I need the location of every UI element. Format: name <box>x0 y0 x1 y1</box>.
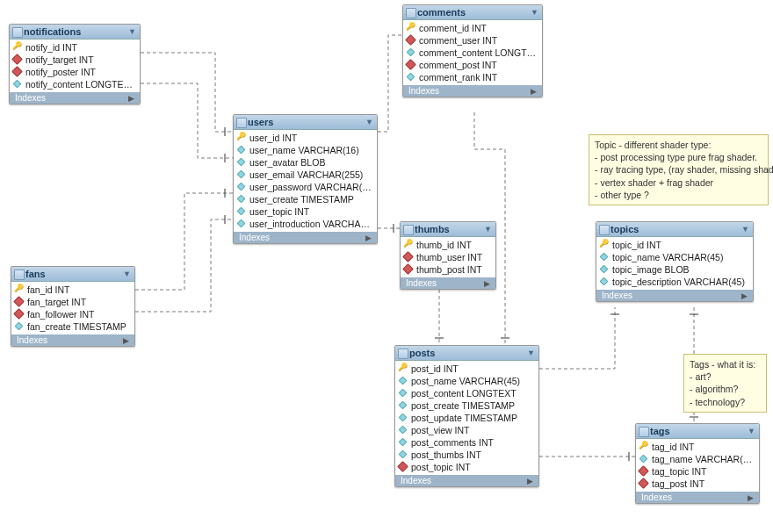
collapse-icon[interactable]: ▼ <box>484 225 492 234</box>
column[interactable]: comment_content LONGTE... <box>403 47 542 59</box>
collapse-icon[interactable]: ▼ <box>365 118 373 126</box>
indexes-bar[interactable]: Indexes▶ <box>403 85 542 97</box>
column[interactable]: user_name VARCHAR(16) <box>234 144 377 156</box>
column[interactable]: user_password VARCHAR(32) <box>234 181 377 193</box>
column[interactable]: 🔑topic_id INT <box>596 239 753 251</box>
indexes-bar[interactable]: Indexes▶ <box>234 232 377 243</box>
column[interactable]: 🔑notify_id INT <box>10 41 140 54</box>
entity-thumbs[interactable]: thumbs▼🔑thumb_id INTthumb_user INTthumb_… <box>400 221 496 290</box>
expand-icon[interactable]: ▶ <box>741 291 748 300</box>
entity-comments[interactable]: comments▼🔑comment_id INTcomment_user INT… <box>402 4 543 97</box>
entity-header[interactable]: thumbs▼ <box>401 222 495 237</box>
note-topic[interactable]: Topic - different shader type: - post pr… <box>589 134 769 205</box>
column[interactable]: comment_rank INT <box>403 71 542 83</box>
column-label: notify_target INT <box>25 54 94 65</box>
entity-header[interactable]: notifications▼ <box>10 25 140 40</box>
pk-icon: 🔑 <box>639 441 648 449</box>
column-icon <box>600 265 609 274</box>
indexes-bar[interactable]: Indexes▶ <box>10 92 140 104</box>
entity-topics[interactable]: topics▼🔑topic_id INTtopic_name VARCHAR(4… <box>596 221 754 302</box>
column[interactable]: topic_name VARCHAR(45) <box>596 251 753 263</box>
entity-header[interactable]: tags▼ <box>636 424 759 439</box>
column[interactable]: user_avatar BLOB <box>234 156 377 169</box>
column[interactable]: 🔑tag_id INT <box>636 441 759 453</box>
column[interactable]: post_create TIMESTAMP <box>395 399 538 412</box>
expand-icon[interactable]: ▶ <box>128 94 134 103</box>
column[interactable]: post_content LONGTEXT <box>395 387 538 399</box>
expand-icon[interactable]: ▶ <box>531 87 537 96</box>
column-icon <box>399 450 408 459</box>
fk-icon <box>402 251 414 262</box>
expand-icon[interactable]: ▶ <box>484 279 490 288</box>
column[interactable]: notify_content LONGTEXT <box>10 78 140 90</box>
column-label: thumb_id INT <box>416 240 472 250</box>
indexes-bar[interactable]: Indexes▶ <box>636 492 759 503</box>
column[interactable]: tag_post INT <box>636 478 759 490</box>
collapse-icon[interactable]: ▼ <box>531 8 538 17</box>
column[interactable]: user_create TIMESTAMP <box>234 193 377 205</box>
expand-icon[interactable]: ▶ <box>123 336 129 345</box>
column[interactable]: thumb_user INT <box>401 251 495 263</box>
indexes-bar[interactable]: Indexes▶ <box>11 334 134 346</box>
entity-header[interactable]: fans▼ <box>11 267 134 282</box>
collapse-icon[interactable]: ▼ <box>123 270 131 278</box>
column[interactable]: topic_image BLOB <box>596 263 753 276</box>
column-label: user_create TIMESTAMP <box>249 194 354 205</box>
column[interactable]: topic_description VARCHAR(45) <box>596 276 753 288</box>
entity-header[interactable]: posts▼ <box>395 346 538 361</box>
column-icon <box>399 438 408 447</box>
column-label: topic_id INT <box>612 240 661 250</box>
column[interactable]: 🔑user_id INT <box>234 132 377 144</box>
column[interactable]: comment_post INT <box>403 59 542 71</box>
expand-icon[interactable]: ▶ <box>527 477 533 485</box>
column[interactable]: 🔑post_id INT <box>395 363 538 375</box>
column[interactable]: notify_poster INT <box>10 66 140 78</box>
entity-notifications[interactable]: notifications▼🔑notify_id INTnotify_targe… <box>9 24 141 104</box>
column[interactable]: fan_target INT <box>11 296 134 308</box>
column[interactable]: tag_name VARCHAR(45) <box>636 453 759 465</box>
column[interactable]: 🔑fan_id INT <box>11 284 134 296</box>
collapse-icon[interactable]: ▼ <box>128 27 136 36</box>
column-label: comment_id INT <box>419 23 487 33</box>
entity-users[interactable]: users▼🔑user_id INTuser_name VARCHAR(16)u… <box>233 114 378 244</box>
collapse-icon[interactable]: ▼ <box>527 349 535 357</box>
column[interactable]: comment_user INT <box>403 34 542 47</box>
indexes-bar[interactable]: Indexes▶ <box>401 277 495 289</box>
collapse-icon[interactable]: ▼ <box>748 427 755 435</box>
column[interactable]: post_view INT <box>395 424 538 436</box>
column-label: post_view INT <box>411 425 470 435</box>
column[interactable]: post_comments INT <box>395 436 538 449</box>
column[interactable]: fan_create TIMESTAMP <box>11 320 134 333</box>
entity-tags[interactable]: tags▼🔑tag_id INTtag_name VARCHAR(45)tag_… <box>635 423 760 504</box>
expand-icon[interactable]: ▶ <box>365 234 372 242</box>
note-tag[interactable]: Tags - what it is: - art? - algorithm? -… <box>683 354 767 413</box>
entity-header[interactable]: topics▼ <box>596 222 753 237</box>
column[interactable]: user_introduction VARCHAR... <box>234 218 377 230</box>
column[interactable]: user_email VARCHAR(255) <box>234 169 377 181</box>
expand-icon[interactable]: ▶ <box>748 493 754 502</box>
collapse-icon[interactable]: ▼ <box>741 225 749 234</box>
column[interactable]: post_topic INT <box>395 461 538 473</box>
column[interactable]: thumb_post INT <box>401 263 495 276</box>
column[interactable]: post_thumbs INT <box>395 449 538 461</box>
column[interactable]: 🔑thumb_id INT <box>401 239 495 251</box>
column-icon <box>407 48 415 57</box>
column[interactable]: 🔑comment_id INT <box>403 22 542 34</box>
entity-header[interactable]: users▼ <box>234 115 377 130</box>
entity-header[interactable]: comments▼ <box>403 5 542 20</box>
column[interactable]: tag_topic INT <box>636 465 759 478</box>
column-label: tag_id INT <box>652 442 694 452</box>
column-icon <box>237 195 246 204</box>
column[interactable]: notify_target INT <box>10 54 140 66</box>
entity-posts[interactable]: posts▼🔑post_id INTpost_name VARCHAR(45)p… <box>394 345 539 487</box>
entity-fans[interactable]: fans▼🔑fan_id INTfan_target INTfan_follow… <box>11 266 135 347</box>
column-label: comment_post INT <box>419 60 497 70</box>
column-label: post_topic INT <box>411 462 471 472</box>
column[interactable]: post_update TIMESTAMP <box>395 412 538 424</box>
column[interactable]: post_name VARCHAR(45) <box>395 375 538 387</box>
column[interactable]: fan_follower INT <box>11 308 134 320</box>
column-icon <box>237 158 246 167</box>
indexes-bar[interactable]: Indexes▶ <box>395 475 538 486</box>
indexes-bar[interactable]: Indexes▶ <box>596 290 753 301</box>
column[interactable]: user_topic INT <box>234 205 377 218</box>
